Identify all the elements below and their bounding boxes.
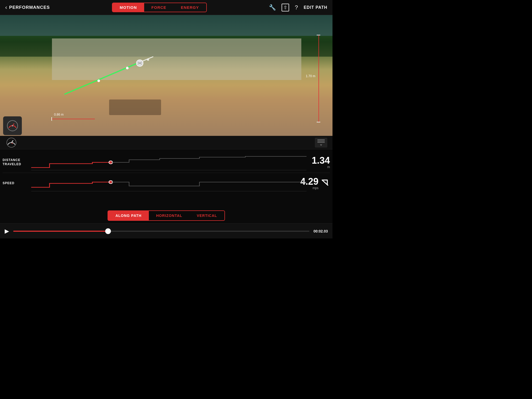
distance-unit: m xyxy=(307,165,330,169)
share-icon[interactable]: ⇧ xyxy=(282,4,289,11)
motion-meter-icon[interactable] xyxy=(6,137,17,148)
measurement-right: 1.70 m xyxy=(318,35,319,122)
measurement-left-label: 0.86 m xyxy=(54,113,95,116)
distance-value-area: 1.34 m xyxy=(307,156,332,169)
waveform-icon[interactable] xyxy=(315,138,327,148)
header: ‹ PERFORMANCES MOTION FORCE ENERGY 🔧 ⇧ ?… xyxy=(0,0,332,15)
measurement-right-label: 1.70 m xyxy=(306,74,315,78)
charts-area: DISTANCE TRAVELED 1.34 m SPEED xyxy=(0,149,332,208)
speed-direction-arrow xyxy=(320,178,330,189)
header-left: ‹ PERFORMANCES xyxy=(5,4,50,11)
vertical-button[interactable]: VERTICAL xyxy=(190,210,225,221)
speed-value-area: 4.29 mps xyxy=(307,177,332,190)
distance-traveled-row: DISTANCE TRAVELED 1.34 m xyxy=(0,152,332,173)
distance-value: 1.34 xyxy=(307,156,330,165)
bench xyxy=(109,99,161,115)
wrench-icon[interactable]: 🔧 xyxy=(269,4,276,11)
along-path-button[interactable]: ALONG PATH xyxy=(108,210,149,221)
playback-bar: ▶ 00:02.03 xyxy=(0,223,332,238)
tab-motion[interactable]: MOTION xyxy=(112,3,144,12)
performances-label[interactable]: PERFORMANCES xyxy=(9,5,50,10)
speed-label: SPEED xyxy=(3,181,31,185)
speed-chart xyxy=(31,174,307,192)
back-button[interactable]: ‹ xyxy=(5,4,7,11)
header-tabs: MOTION FORCE ENERGY xyxy=(112,3,207,12)
horizontal-button[interactable]: HORIZONTAL xyxy=(149,210,190,221)
video-area: 0.86 m 1.70 m xyxy=(0,15,332,136)
playback-thumb[interactable] xyxy=(105,228,111,234)
speedometer-button[interactable] xyxy=(3,116,22,135)
tab-force[interactable]: FORCE xyxy=(144,3,174,12)
distance-chart-svg xyxy=(31,153,307,171)
distance-chart xyxy=(31,153,307,171)
playback-track[interactable] xyxy=(13,231,309,232)
svg-point-14 xyxy=(11,142,12,143)
timeline-bar xyxy=(0,136,332,149)
speed-row: SPEED 4.29 mps xyxy=(0,173,332,194)
help-icon[interactable]: ? xyxy=(295,4,298,11)
playback-progress xyxy=(13,231,108,232)
header-right: 🔧 ⇧ ? EDIT PATH xyxy=(269,4,327,11)
tab-energy[interactable]: ENERGY xyxy=(174,3,206,12)
timeline-icon xyxy=(5,136,18,149)
path-buttons: ALONG PATH HORIZONTAL VERTICAL xyxy=(0,208,332,223)
distance-traveled-label: DISTANCE TRAVELED xyxy=(3,158,31,166)
edit-path-button[interactable]: EDIT PATH xyxy=(304,5,327,10)
playback-time: 00:02.03 xyxy=(314,229,328,233)
measurement-left: 0.86 m xyxy=(51,113,95,121)
speed-chart-svg xyxy=(31,174,307,192)
play-button[interactable]: ▶ xyxy=(5,228,9,235)
court-wall xyxy=(52,38,301,80)
svg-point-11 xyxy=(12,125,13,127)
